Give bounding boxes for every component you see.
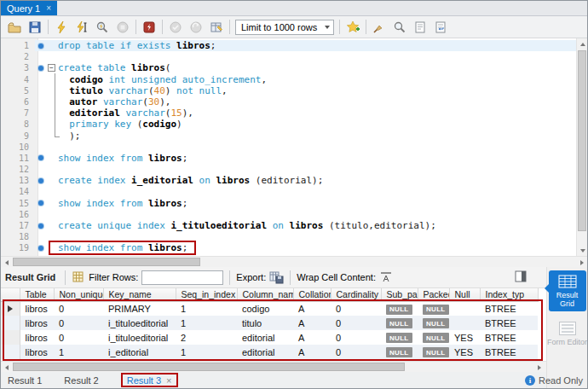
grid-cell[interactable]: BTREE: [480, 330, 538, 345]
column-header[interactable]: Cardinality: [331, 288, 381, 301]
grid-cell[interactable]: 1: [54, 345, 103, 359]
table-row[interactable]: libros0i_tituloeditorial2editorialA0NULL…: [1, 330, 538, 345]
editor-line[interactable]: 1drop table if exists libros;: [1, 40, 576, 51]
grid-cell[interactable]: A: [293, 316, 331, 330]
save-script-button[interactable]: [25, 19, 45, 36]
tab-query-1[interactable]: Query 1 ×: [1, 1, 57, 15]
grid-cell[interactable]: YES: [449, 330, 480, 345]
grid-cell[interactable]: 0: [331, 316, 381, 330]
grid-cell[interactable]: NULL: [418, 330, 449, 345]
toggle-stop-on-error-button[interactable]: [139, 19, 159, 36]
row-selector[interactable]: [1, 301, 20, 316]
grid-header-row[interactable]: TableNon_uniqueKey_nameSeq_in_indexColum…: [1, 288, 538, 301]
scrollbar-thumb[interactable]: [13, 363, 405, 371]
column-header[interactable]: Seq_in_index: [176, 288, 237, 301]
grid-cell[interactable]: [449, 316, 480, 330]
grid-cell[interactable]: editorial: [237, 330, 293, 345]
column-header[interactable]: Collation: [293, 288, 331, 301]
editor-line[interactable]: 18: [1, 231, 576, 242]
grid-cell[interactable]: A: [293, 301, 331, 316]
grid-cell[interactable]: 1: [176, 345, 237, 359]
find-button[interactable]: [389, 19, 410, 36]
sql-editor[interactable]: 1drop table if exists libros;23−create t…: [1, 38, 587, 256]
close-icon[interactable]: ×: [166, 375, 171, 386]
fold-collapse-icon[interactable]: −: [48, 64, 55, 72]
editor-vertical-scrollbar[interactable]: [576, 38, 587, 256]
column-header[interactable]: Index_typ: [480, 288, 538, 301]
column-header[interactable]: Key_name: [103, 288, 176, 301]
editor-line[interactable]: 15show index from libros;: [1, 198, 576, 209]
grid-cell[interactable]: libros: [20, 316, 54, 330]
panel-toggle-icon[interactable]: [515, 270, 527, 284]
open-script-button[interactable]: [4, 19, 25, 36]
column-header[interactable]: Packed: [418, 288, 449, 301]
grid-cell[interactable]: titulo: [237, 316, 293, 330]
editor-line[interactable]: 9 );: [1, 131, 576, 142]
grid-cell[interactable]: 0: [331, 345, 381, 359]
new-snippet-button[interactable]: [343, 19, 363, 36]
grid-cell[interactable]: 0: [54, 330, 103, 345]
result-grid-panel-button[interactable]: Result Grid: [549, 270, 586, 311]
export-icon[interactable]: [269, 270, 284, 284]
editor-line[interactable]: 12: [1, 164, 576, 175]
result-tab-result-2[interactable]: Result 2: [64, 375, 98, 386]
editor-line[interactable]: 3−create table libros(: [1, 62, 576, 73]
scrollbar-thumb[interactable]: [13, 258, 200, 266]
column-header[interactable]: Table: [20, 288, 54, 301]
execute-button[interactable]: [51, 19, 72, 36]
row-selector[interactable]: [1, 345, 20, 359]
wrap-cell-content-icon[interactable]: [379, 270, 393, 284]
result-tab-result-1[interactable]: Result 1: [8, 375, 42, 386]
table-row[interactable]: libros0i_tituloeditorial1tituloA0NULLNUL…: [1, 316, 538, 330]
column-header[interactable]: Non_unique: [54, 288, 103, 301]
grid-cell[interactable]: i_tituloeditorial: [103, 330, 176, 345]
invisible-characters-button[interactable]: [410, 19, 430, 36]
grid-cell[interactable]: libros: [20, 345, 54, 359]
explain-button[interactable]: [92, 19, 112, 36]
grid-cell[interactable]: 1: [176, 301, 237, 316]
editor-line[interactable]: 5 titulo varchar(40) not null,: [1, 85, 576, 96]
table-row[interactable]: libros1i_editorial1editorialA0NULLNULLYE…: [1, 345, 538, 359]
row-selector[interactable]: [1, 316, 20, 330]
scroll-up-icon[interactable]: [577, 38, 587, 49]
wrap-text-button[interactable]: [430, 19, 451, 36]
column-header[interactable]: Column_name: [237, 288, 293, 301]
grid-cell[interactable]: NULL: [418, 345, 449, 359]
column-header[interactable]: Sub_part: [381, 288, 418, 301]
grid-cell[interactable]: 0: [54, 316, 103, 330]
row-limit-dropdown[interactable]: Limit to 1000 rows: [235, 20, 334, 35]
editor-line[interactable]: 8 primary key (codigo): [1, 119, 576, 130]
grid-cell[interactable]: NULL: [418, 316, 449, 330]
grid-cell[interactable]: NULL: [381, 301, 418, 316]
grid-cell[interactable]: BTREE: [480, 316, 538, 330]
grid-cell[interactable]: A: [293, 345, 331, 359]
grid-horizontal-scrollbar[interactable]: [1, 361, 546, 372]
grid-cell[interactable]: NULL: [381, 316, 418, 330]
grid-cell[interactable]: i_editorial: [103, 345, 176, 359]
grid-cell[interactable]: YES: [449, 345, 480, 359]
grid-cell[interactable]: codigo: [237, 301, 293, 316]
editor-line[interactable]: 14: [1, 186, 576, 197]
scroll-right-icon[interactable]: [576, 257, 587, 268]
grid-cell[interactable]: NULL: [381, 345, 418, 359]
editor-line[interactable]: 4 codigo int unsigned auto_increment,: [1, 74, 576, 85]
filter-rows-input[interactable]: [141, 270, 223, 285]
grid-cell[interactable]: [449, 301, 480, 316]
editor-line[interactable]: 16: [1, 209, 576, 220]
grid-cell[interactable]: 0: [54, 301, 103, 316]
editor-line[interactable]: 17create unique index i_tituloeditorial …: [1, 220, 576, 231]
grid-cell[interactable]: libros: [20, 301, 54, 316]
grid-cell[interactable]: BTREE: [480, 345, 538, 359]
editor-horizontal-scrollbar[interactable]: [1, 256, 587, 267]
editor-line[interactable]: 11show index from libros;: [1, 153, 576, 164]
editor-line[interactable]: 13create index i_editorial on libros (ed…: [1, 175, 576, 186]
close-icon[interactable]: ×: [46, 3, 51, 13]
editor-line[interactable]: 19show index from libros;: [1, 242, 576, 253]
editor-line[interactable]: 7 editorial varchar(15),: [1, 107, 576, 119]
result-tab-result-3[interactable]: Result 3×: [121, 373, 178, 387]
grid-cell[interactable]: editorial: [237, 345, 293, 359]
editor-line[interactable]: 6 autor varchar(30),: [1, 96, 576, 107]
row-selector[interactable]: [1, 330, 20, 345]
grid-cell[interactable]: NULL: [381, 330, 418, 345]
grid-cell[interactable]: PRIMARY: [103, 301, 176, 316]
